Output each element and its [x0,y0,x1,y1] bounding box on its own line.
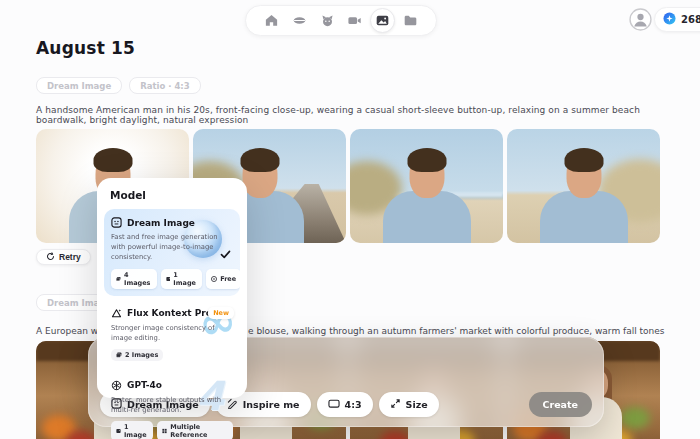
model-option-description: Fast and free image generation with powe… [111,232,219,263]
model-option-name: GPT-4o [127,380,162,390]
generated-image-3[interactable] [350,129,503,243]
ratio-label: 4:3 [345,399,362,410]
nav-video-button[interactable] [342,8,367,33]
model-panel-title: Model [110,189,240,201]
badge-multiple-reference: Multiple Reference [157,421,233,439]
model-option-flux-kontext-pro[interactable]: ∞ New Flux Kontext Pro Stronger image co… [104,300,240,368]
ratio-icon [328,398,340,411]
size-button[interactable]: Size [379,392,439,417]
video-camera-icon [347,13,362,28]
page-title: August 15 [36,38,135,58]
nav-image-button[interactable] [370,8,395,33]
create-button[interactable]: Create [529,392,593,417]
dream-image-icon [111,217,122,228]
badge-4-images: 4 Images [111,269,157,289]
model-option-dream-image[interactable]: Dream Image Fast and free image generati… [104,209,240,296]
credits-pill[interactable]: 268 [654,7,700,32]
model-option-gpt-4o[interactable]: 4 GPT-4o Faster, more stable outputs wit… [104,372,240,439]
generated-image-4[interactable] [507,129,660,243]
ratio-tag: Ratio · 4:3 [129,77,200,94]
retry-button[interactable]: Retry [36,249,91,265]
badge-free: Free [206,269,240,289]
man-figure [538,145,630,243]
generation2-prompt-start: A European w [36,326,98,336]
model-option-name: Flux Kontext Pro [127,308,212,318]
badge-2-images: 2 Images [111,349,163,361]
app-screen: 268 August 15 Dream Image Ratio · 4:3 A … [0,0,700,439]
generation1-tags: Dream Image Ratio · 4:3 [36,77,201,94]
model-option-description: Faster, more stable outputs with multi-r… [111,395,233,415]
check-icon [220,244,231,263]
folder-icon [403,13,418,28]
generation1-prompt: A handsome American man in his 20s, fron… [36,105,676,125]
cat-icon [320,13,335,28]
home-icon [264,13,279,28]
gpt-icon [111,380,122,391]
retry-label: Retry [59,252,81,262]
nav-cat-button[interactable] [315,8,340,33]
credits-count: 268 [681,14,700,25]
badge-1-image: 1 Image [111,421,153,439]
model-option-name: Dream Image [127,218,195,228]
top-nav [245,5,437,36]
lips-icon [292,13,307,28]
size-label: Size [406,399,428,410]
nav-home-button[interactable] [259,8,284,33]
coin-icon [663,10,676,29]
new-badge: New [208,307,234,319]
man-figure [381,145,473,243]
flux-icon [111,308,122,319]
model-dropdown-panel: Model Dream Image Fast and free image ge… [97,178,247,398]
nav-lips-button[interactable] [287,8,312,33]
refresh-icon [46,252,55,263]
model-option-description: Stronger image consistency of image edit… [111,323,217,343]
avatar-icon [629,19,652,34]
badge-1-image: 1 Image [161,269,203,289]
ratio-button[interactable]: 4:3 [317,392,373,417]
image-icon [375,13,390,28]
size-icon [390,398,401,411]
model-tag: Dream Image [36,77,122,94]
avatar-button[interactable] [629,8,652,31]
generation2-prompt-end: e blouse, walking through an autumn farm… [248,326,665,336]
inspire-me-label: Inspire me [243,399,300,410]
nav-folder-button[interactable] [398,8,423,33]
